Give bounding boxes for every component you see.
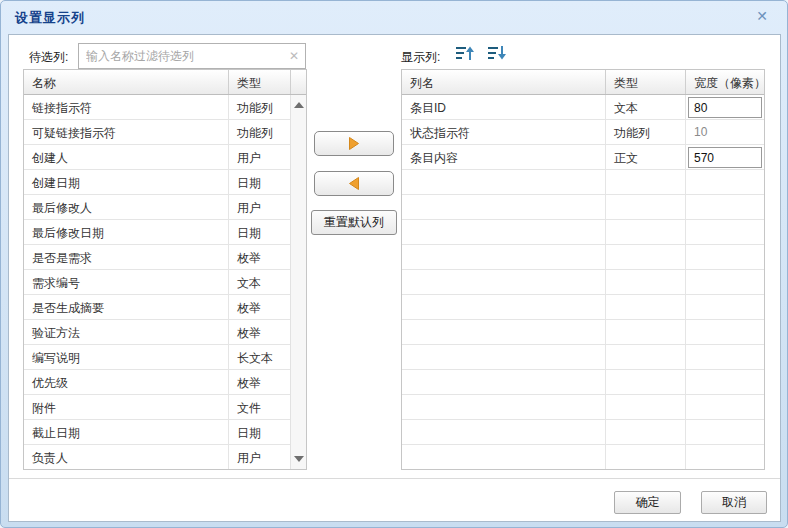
column-width-cell [686,420,764,444]
empty-row [402,420,764,445]
available-column-row[interactable]: 是否生成摘要枚举 [24,295,306,320]
column-type-cell [606,420,686,444]
available-column-row[interactable]: 最后修改日期日期 [24,220,306,245]
move-down-icon[interactable] [488,44,507,62]
available-column-row[interactable]: 编写说明长文本 [24,345,306,370]
column-name-cell: 最后修改人 [24,195,229,219]
column-width-cell [686,445,764,469]
available-column-row[interactable]: 可疑链接指示符功能列 [24,120,306,145]
column-name-cell: 需求编号 [24,270,229,294]
display-columns-label: 显示列: [401,49,440,66]
display-column-row[interactable]: 状态指示符功能列10 [402,120,764,145]
column-name-cell [402,420,606,444]
column-type-cell: 日期 [229,420,291,444]
column-type-cell [606,370,686,394]
available-column-row[interactable]: 链接指示符功能列 [24,95,306,120]
left-table-scrollbar[interactable] [290,95,306,469]
display-columns-table: 列名 类型 宽度（像素） 条目ID文本状态指示符功能列10条目内容正文 [401,69,765,470]
available-columns-body: 链接指示符功能列可疑链接指示符功能列创建人用户创建日期日期最后修改人用户最后修改… [24,95,306,470]
available-columns-label: 待选列: [29,49,68,66]
clear-filter-icon[interactable]: ✕ [289,49,299,63]
footer-divider [9,478,780,479]
column-width-cell [686,270,764,294]
filter-input[interactable] [79,44,290,68]
column-name-cell: 验证方法 [24,320,229,344]
available-column-row[interactable]: 最后修改人用户 [24,195,306,220]
display-columns-body: 条目ID文本状态指示符功能列10条目内容正文 [402,95,764,470]
empty-row [402,370,764,395]
cancel-button[interactable]: 取消 [701,491,767,514]
column-type-cell: 枚举 [229,295,291,319]
display-column-row[interactable]: 条目内容正文 [402,145,764,170]
reset-default-columns-button[interactable]: 重置默认列 [311,210,397,235]
filter-input-wrap: ✕ [78,43,306,69]
column-type-cell: 功能列 [606,120,686,144]
column-type-cell: 日期 [229,170,291,194]
column-type-cell: 用户 [229,195,291,219]
ok-button[interactable]: 确定 [614,491,681,514]
column-type-cell: 日期 [229,220,291,244]
empty-row [402,320,764,345]
column-name-cell [402,295,606,319]
column-width-cell [686,345,764,369]
column-name-cell [402,270,606,294]
header-scroll-filler [291,70,306,94]
close-icon[interactable]: ✕ [754,8,770,24]
empty-row [402,245,764,270]
column-type-cell: 功能列 [229,95,291,119]
move-right-button[interactable] [314,131,394,156]
left-triangle-icon [349,177,359,190]
width-readonly-value: 10 [687,121,763,139]
header-column-name: 列名 [402,70,606,94]
column-width-cell [686,395,764,419]
column-name-cell [402,370,606,394]
column-name-cell: 是否是需求 [24,245,229,269]
column-type-cell [606,295,686,319]
column-width-cell [686,295,764,319]
column-name-cell: 负责人 [24,445,229,469]
empty-row [402,220,764,245]
available-column-row[interactable]: 优先级枚举 [24,370,306,395]
column-type-cell: 用户 [229,445,291,469]
column-name-cell: 创建日期 [24,170,229,194]
column-type-cell: 枚举 [229,320,291,344]
column-type-cell: 文件 [229,395,291,419]
column-name-cell: 是否生成摘要 [24,295,229,319]
move-up-icon[interactable] [456,44,475,62]
header-width-pixels: 宽度（像素） [686,70,764,94]
column-type-cell: 枚举 [229,370,291,394]
available-column-row[interactable]: 截止日期日期 [24,420,306,445]
empty-row [402,445,764,470]
column-name-cell [402,195,606,219]
column-settings-dialog: 设置显示列 ✕ 待选列: ✕ 名称 类型 链接指示符功能列可疑链接指示符功能列创… [0,0,788,528]
scroll-down-icon[interactable] [294,456,304,462]
column-type-cell [606,345,686,369]
available-column-row[interactable]: 验证方法枚举 [24,320,306,345]
available-column-row[interactable]: 创建人用户 [24,145,306,170]
column-type-cell [606,220,686,244]
width-input[interactable] [688,97,762,118]
column-type-cell: 枚举 [229,245,291,269]
column-name-cell: 状态指示符 [402,120,606,144]
available-column-row[interactable]: 是否是需求枚举 [24,245,306,270]
move-left-button[interactable] [314,171,394,196]
column-name-cell [402,170,606,194]
available-column-row[interactable]: 创建日期日期 [24,170,306,195]
scroll-up-icon[interactable] [294,102,304,108]
available-column-row[interactable]: 需求编号文本 [24,270,306,295]
column-type-cell [606,320,686,344]
column-name-cell: 条目ID [402,95,606,119]
column-type-cell: 正文 [606,145,686,169]
column-type-cell [606,170,686,194]
display-column-row[interactable]: 条目ID文本 [402,95,764,120]
display-columns-header: 列名 类型 宽度（像素） [402,70,764,95]
empty-row [402,170,764,195]
column-width-cell [686,170,764,194]
column-type-cell: 用户 [229,145,291,169]
width-input[interactable] [688,147,762,168]
column-type-cell [606,270,686,294]
column-width-cell: 10 [686,120,764,144]
available-column-row[interactable]: 附件文件 [24,395,306,420]
available-column-row[interactable]: 负责人用户 [24,445,306,470]
column-name-cell: 可疑链接指示符 [24,120,229,144]
